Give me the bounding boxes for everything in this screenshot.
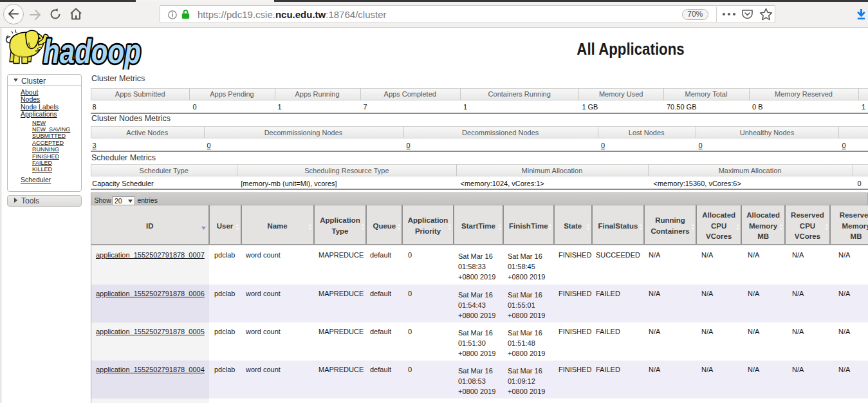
svg-text:hadoop: hadoop bbox=[43, 33, 141, 70]
